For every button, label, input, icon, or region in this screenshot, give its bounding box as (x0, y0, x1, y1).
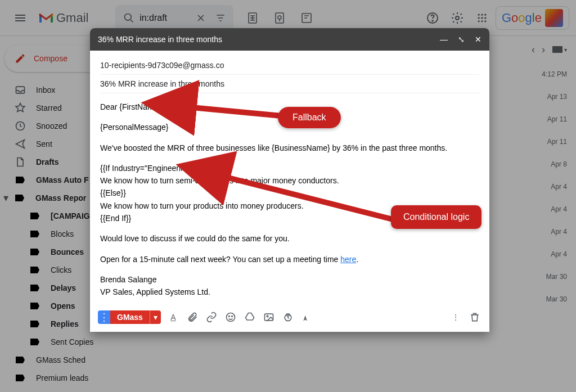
to-field[interactable]: 10-recipients-9d73c09e@gmass.co (100, 56, 479, 75)
subject-field[interactable]: 36% MRR increase in three months (100, 75, 479, 93)
compose-titlebar[interactable]: 36% MRR increase in three months — ⤡ ✕ (90, 28, 489, 51)
svg-point-20 (226, 313, 235, 321)
svg-rect-26 (286, 314, 289, 316)
emoji-icon[interactable] (224, 312, 237, 323)
svg-point-21 (229, 316, 230, 317)
arrow-conditional (213, 169, 404, 231)
annotation-conditional: Conditional logic (391, 205, 482, 229)
discard-icon[interactable] (468, 312, 482, 323)
svg-point-22 (232, 316, 233, 317)
compose-title: 36% MRR increase in three months (98, 35, 440, 44)
annotation-fallback: Fallback (278, 107, 341, 128)
formatting-icon[interactable]: A (166, 313, 180, 322)
link-icon[interactable] (205, 312, 218, 323)
image-icon[interactable] (262, 312, 276, 323)
gmass-send-button[interactable]: ⋮ GMass ▾ (98, 310, 161, 324)
compose-toolbar: ⋮ GMass ▾ A ⋮ (90, 305, 489, 332)
minimize-icon[interactable]: — (440, 35, 448, 44)
close-icon[interactable]: ✕ (475, 35, 482, 44)
svg-line-27 (186, 107, 281, 116)
popout-icon[interactable]: ⤡ (458, 35, 465, 44)
attach-icon[interactable] (186, 312, 199, 323)
gmass-dropdown-icon[interactable]: ▾ (150, 310, 161, 324)
signature-icon[interactable] (300, 312, 314, 323)
gmass-menu-icon[interactable]: ⋮ (98, 310, 110, 324)
arrow-fallback (180, 100, 292, 123)
svg-point-24 (267, 316, 268, 317)
meeting-link[interactable]: here (340, 255, 356, 264)
svg-line-28 (219, 175, 393, 219)
more-options-icon[interactable]: ⋮ (449, 313, 462, 322)
confidential-icon[interactable] (281, 312, 295, 323)
drive-icon[interactable] (243, 312, 256, 323)
